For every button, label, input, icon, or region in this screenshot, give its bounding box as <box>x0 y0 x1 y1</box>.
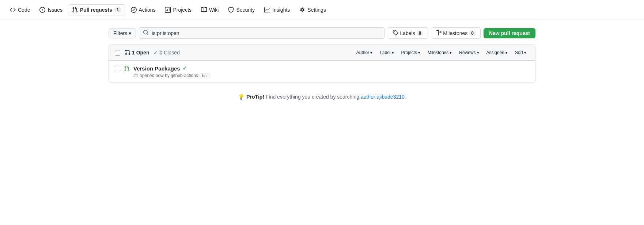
bot-badge: bot <box>200 73 210 78</box>
projects-icon <box>165 7 171 13</box>
nav-label-settings: Settings <box>307 7 326 13</box>
actions-icon <box>131 7 137 13</box>
nav-label-code: Code <box>18 7 30 13</box>
pr-list-header-left: 1 Open ✓ 0 Closed <box>115 49 348 56</box>
filters-button[interactable]: Filters ▾ <box>109 28 136 38</box>
issues-icon <box>39 7 45 13</box>
label-icon <box>393 30 398 37</box>
milestones-count-badge: 0 <box>469 31 476 36</box>
pr-meta: #1 opened now by github-actions bot <box>133 73 529 78</box>
insights-icon <box>264 7 270 13</box>
label-filter-label: Label <box>380 50 390 55</box>
assignee-filter-label: Assignee <box>486 50 504 55</box>
projects-filter-label: Projects <box>401 50 417 55</box>
select-all-checkbox[interactable] <box>115 50 120 56</box>
search-input[interactable] <box>152 30 381 36</box>
nav-item-pull-requests[interactable]: Pull requests 1 <box>68 4 125 15</box>
pr-open-status-icon <box>124 66 130 73</box>
nav-item-projects[interactable]: Projects <box>161 4 196 15</box>
settings-icon <box>299 7 305 13</box>
search-icon <box>143 30 149 37</box>
lightbulb-icon: 💡 <box>238 94 244 100</box>
new-pull-request-button[interactable]: New pull request <box>484 28 535 38</box>
nav-label-projects: Projects <box>173 7 192 13</box>
pr-title: Version Packages ✓ <box>133 65 529 72</box>
security-icon <box>228 7 234 13</box>
nav-item-issues[interactable]: Issues <box>35 4 66 15</box>
milestones-filter-label: Milestones <box>428 50 448 55</box>
label-filter[interactable]: Label <box>377 49 397 57</box>
search-wrapper <box>139 27 385 39</box>
pr-open-icon <box>125 49 130 56</box>
protip-message: Find everything you created by searching <box>264 94 361 100</box>
sort-filter-label: Sort <box>515 50 523 55</box>
closed-count: 0 Closed <box>159 50 179 56</box>
pr-list-header-right: Author Label Projects Milestones Reviews… <box>353 49 529 57</box>
closed-tab[interactable]: ✓ 0 Closed <box>154 50 179 56</box>
pr-info: Version Packages ✓ #1 opened now by gith… <box>133 65 529 78</box>
main-content: Filters ▾ Labels 9 Milestones 0 New pull… <box>103 27 541 100</box>
pr-status-tabs: 1 Open ✓ 0 Closed <box>125 49 180 56</box>
protip-section: 💡 ProTip! Find everything you created by… <box>109 94 535 100</box>
author-filter[interactable]: Author <box>353 49 375 57</box>
author-label: Author <box>356 50 369 55</box>
nav-label-actions: Actions <box>139 7 156 13</box>
protip-text: ProTip! Find everything you created by s… <box>246 94 406 100</box>
projects-filter[interactable]: Projects <box>398 49 423 57</box>
nav-label-issues: Issues <box>48 7 62 13</box>
milestones-icon <box>436 30 442 37</box>
code-icon <box>10 7 16 13</box>
sort-filter[interactable]: Sort <box>512 49 529 57</box>
protip-link[interactable]: author:ajibade3210 <box>361 94 405 100</box>
nav-item-security[interactable]: Security <box>224 4 259 15</box>
reviews-filter[interactable]: Reviews <box>456 49 482 57</box>
pull-request-list: 1 Open ✓ 0 Closed Author Label Projects <box>109 45 535 83</box>
pr-opened-text: opened now by github-actions <box>140 73 198 78</box>
wiki-icon <box>201 7 207 13</box>
protip-strong: ProTip! <box>246 94 264 100</box>
pr-list-header: 1 Open ✓ 0 Closed Author Label Projects <box>109 45 535 61</box>
milestones-text: Milestones <box>443 30 467 36</box>
open-tab[interactable]: 1 Open <box>125 49 149 56</box>
pull-requests-badge: 1 <box>114 7 121 13</box>
protip-period: . <box>405 94 406 100</box>
nav-item-wiki[interactable]: Wiki <box>197 4 223 15</box>
nav-label-insights: Insights <box>272 7 290 13</box>
nav-item-code[interactable]: Code <box>6 4 34 15</box>
reviews-filter-label: Reviews <box>459 50 476 55</box>
labels-count-badge: 9 <box>417 31 424 36</box>
nav-item-insights[interactable]: Insights <box>260 4 294 15</box>
pr-check-icon: ✓ <box>182 65 187 72</box>
nav-label-pull-requests: Pull requests <box>80 7 112 13</box>
open-count: 1 Open <box>132 50 149 56</box>
top-nav: Code Issues Pull requests 1 Actions Proj… <box>0 0 644 20</box>
pr-number: #1 <box>133 73 138 78</box>
milestones-filter[interactable]: Milestones <box>425 49 455 57</box>
filter-bar: Filters ▾ Labels 9 Milestones 0 New pull… <box>109 27 535 39</box>
filters-chevron-icon: ▾ <box>129 30 131 36</box>
labels-button[interactable]: Labels 9 <box>388 27 428 39</box>
new-pr-label: New pull request <box>489 30 530 36</box>
nav-label-security: Security <box>236 7 255 13</box>
milestones-button[interactable]: Milestones 0 <box>431 27 481 39</box>
nav-label-wiki: Wiki <box>209 7 219 13</box>
labels-text: Labels <box>400 30 415 36</box>
assignee-filter[interactable]: Assignee <box>484 49 511 57</box>
filters-label: Filters <box>113 30 127 36</box>
table-row: Version Packages ✓ #1 opened now by gith… <box>109 61 535 83</box>
nav-item-actions[interactable]: Actions <box>127 4 160 15</box>
check-icon: ✓ <box>154 50 158 56</box>
nav-item-settings[interactable]: Settings <box>295 4 330 15</box>
pr-checkbox[interactable] <box>115 66 120 71</box>
pr-title-link[interactable]: Version Packages <box>133 65 180 72</box>
pull-request-icon <box>72 7 78 13</box>
